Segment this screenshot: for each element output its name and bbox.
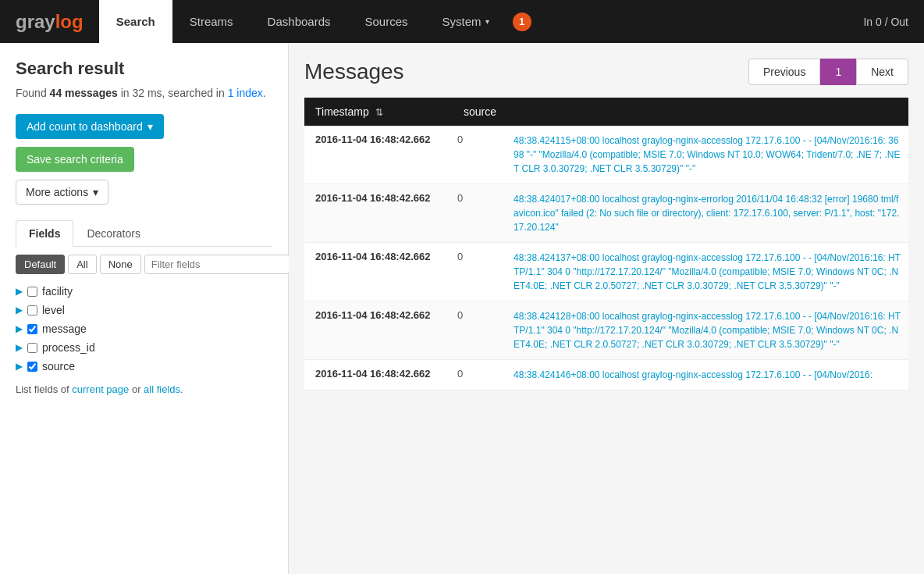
next-button[interactable]: Next bbox=[856, 59, 908, 85]
current-page-button[interactable]: 1 bbox=[820, 59, 856, 85]
nav-right-status: In 0 / Out bbox=[863, 16, 916, 28]
msg-timestamp: 2016-11-04 16:48:42.662 bbox=[304, 243, 453, 301]
add-dashboard-button[interactable]: Add count to dashboard ▾ bbox=[16, 114, 164, 139]
msg-source: 0 bbox=[453, 301, 507, 360]
nav-item-system-label: System bbox=[442, 15, 482, 28]
nav-item-sources[interactable]: Sources bbox=[348, 0, 425, 43]
filter-all-button[interactable]: All bbox=[68, 255, 96, 274]
result-index-link[interactable]: 1 index bbox=[228, 87, 263, 99]
msg-timestamp: 2016-11-04 16:48:42.662 bbox=[304, 184, 453, 243]
field-list: ▶ facility ▶ level ▶ message ▶ p bbox=[16, 282, 272, 376]
msg-source: 0 bbox=[453, 360, 507, 390]
msg-content: 48:38.424115+08:00 localhost graylog-ngi… bbox=[507, 126, 908, 184]
msg-timestamp: 2016-11-04 16:48:42.662 bbox=[304, 301, 453, 360]
field-checkbox-process-id[interactable] bbox=[27, 343, 37, 353]
field-checkbox-facility[interactable] bbox=[27, 287, 37, 297]
action-buttons: Add count to dashboard ▾ Save search cri… bbox=[16, 114, 272, 205]
more-actions-button[interactable]: More actions ▾ bbox=[16, 180, 108, 205]
current-page-link[interactable]: current page bbox=[72, 383, 129, 395]
pagination: Previous 1 Next bbox=[748, 59, 908, 85]
nav-item-dashboards[interactable]: Dashboards bbox=[251, 0, 348, 43]
messages-table: Timestamp ⇅ source 2016-11-04 16:48:42.6… bbox=[304, 98, 908, 390]
msg-content: 48:38.424128+08:00 localhost graylog-ngi… bbox=[507, 301, 908, 360]
field-label-process-id: process_id bbox=[42, 341, 95, 354]
field-checkbox-level[interactable] bbox=[27, 305, 37, 316]
list-footer-prefix: List fields of bbox=[16, 383, 69, 395]
tab-decorators[interactable]: Decorators bbox=[73, 220, 153, 246]
list-item: ▶ source bbox=[16, 357, 272, 376]
more-actions-arrow-icon: ▾ bbox=[93, 186, 98, 198]
table-row: 2016-11-04 16:48:42.662 0 48:38.424128+0… bbox=[304, 301, 908, 360]
field-checkbox-source[interactable] bbox=[27, 362, 37, 372]
list-item: ▶ process_id bbox=[16, 338, 272, 357]
header-message-content bbox=[507, 98, 908, 126]
header-source: source bbox=[453, 98, 507, 126]
filter-default-button[interactable]: Default bbox=[16, 255, 65, 274]
list-footer-suffix: . bbox=[180, 383, 183, 395]
brand-log-text: log bbox=[55, 11, 84, 33]
notification-badge: 1 bbox=[513, 12, 531, 31]
messages-body: 2016-11-04 16:48:42.662 0 48:38.424115+0… bbox=[304, 126, 908, 390]
field-checkbox-message[interactable] bbox=[27, 324, 37, 334]
table-row: 2016-11-04 16:48:42.662 0 48:38.424017+0… bbox=[304, 184, 908, 243]
sidebar-title: Search result bbox=[16, 59, 272, 79]
nav-items: Search Streams Dashboards Sources System… bbox=[99, 0, 506, 43]
result-info: Found 44 messages in 32 ms, searched in … bbox=[16, 85, 272, 102]
tab-fields[interactable]: Fields bbox=[16, 220, 73, 247]
list-item: ▶ message bbox=[16, 319, 272, 338]
expand-arrow-icon[interactable]: ▶ bbox=[16, 323, 23, 334]
content-header: Messages Previous 1 Next bbox=[304, 59, 908, 85]
msg-source: 0 bbox=[453, 184, 507, 243]
field-filter-bar: Default All None bbox=[16, 255, 272, 274]
sidebar: Search result Found 44 messages in 32 ms… bbox=[0, 43, 289, 574]
list-item: ▶ facility bbox=[16, 282, 272, 301]
expand-arrow-icon[interactable]: ▶ bbox=[16, 305, 23, 316]
field-label-message: message bbox=[42, 323, 87, 335]
filter-none-button[interactable]: None bbox=[100, 255, 141, 274]
save-search-button[interactable]: Save search criteria bbox=[16, 147, 134, 172]
all-fields-link[interactable]: all fields bbox=[144, 383, 180, 395]
msg-content: 48:38.424146+08:00 localhost graylog-ngi… bbox=[507, 360, 908, 390]
field-tabs: Fields Decorators bbox=[16, 220, 272, 247]
more-actions-label: More actions bbox=[26, 186, 88, 198]
list-item: ▶ level bbox=[16, 301, 272, 319]
msg-content: 48:38.424017+08:00 localhost graylog-ngi… bbox=[507, 184, 908, 243]
table-row: 2016-11-04 16:48:42.662 0 48:38.424146+0… bbox=[304, 360, 908, 390]
list-footer-or: or bbox=[132, 383, 144, 395]
nav-item-system[interactable]: System ▾ bbox=[425, 0, 506, 43]
filter-fields-input[interactable] bbox=[144, 255, 290, 274]
nav-item-search[interactable]: Search bbox=[99, 0, 172, 43]
field-label-facility: facility bbox=[42, 285, 73, 298]
table-row: 2016-11-04 16:48:42.662 0 48:38.424115+0… bbox=[304, 126, 908, 184]
expand-arrow-icon[interactable]: ▶ bbox=[16, 342, 23, 353]
dropdown-arrow-icon: ▾ bbox=[147, 120, 153, 133]
previous-button[interactable]: Previous bbox=[748, 59, 820, 85]
msg-source: 0 bbox=[453, 126, 507, 184]
page-title: Messages bbox=[304, 59, 404, 84]
main-layout: Search result Found 44 messages in 32 ms… bbox=[0, 43, 924, 574]
header-timestamp: Timestamp ⇅ bbox=[304, 98, 453, 126]
nav-item-streams[interactable]: Streams bbox=[172, 0, 251, 43]
expand-arrow-icon[interactable]: ▶ bbox=[16, 286, 23, 297]
field-label-source: source bbox=[42, 360, 75, 373]
table-row: 2016-11-04 16:48:42.662 0 48:38.424137+0… bbox=[304, 243, 908, 301]
header-timestamp-label: Timestamp bbox=[315, 105, 369, 118]
add-dashboard-label: Add count to dashboard bbox=[27, 120, 143, 133]
chevron-down-icon: ▾ bbox=[485, 17, 489, 26]
navbar: graylog Search Streams Dashboards Source… bbox=[0, 0, 924, 43]
field-label-level: level bbox=[42, 304, 65, 316]
result-meta: in 32 ms, searched in bbox=[121, 87, 225, 99]
result-count: 44 messages bbox=[50, 87, 118, 99]
msg-timestamp: 2016-11-04 16:48:42.662 bbox=[304, 126, 453, 184]
field-list-container: ▶ facility ▶ level ▶ message ▶ p bbox=[16, 282, 272, 376]
msg-content: 48:38.424137+08:00 localhost graylog-ngi… bbox=[507, 243, 908, 301]
brand-gray-text: gray bbox=[16, 11, 55, 33]
expand-arrow-icon[interactable]: ▶ bbox=[16, 361, 23, 372]
table-header-row: Timestamp ⇅ source bbox=[304, 98, 908, 126]
content-area: Messages Previous 1 Next Timestamp ⇅ sou… bbox=[289, 43, 924, 574]
brand-logo: graylog bbox=[8, 11, 91, 33]
list-footer: List fields of current page or all field… bbox=[16, 383, 272, 395]
msg-source: 0 bbox=[453, 243, 507, 301]
msg-timestamp: 2016-11-04 16:48:42.662 bbox=[304, 360, 453, 390]
sort-icon[interactable]: ⇅ bbox=[375, 107, 383, 118]
